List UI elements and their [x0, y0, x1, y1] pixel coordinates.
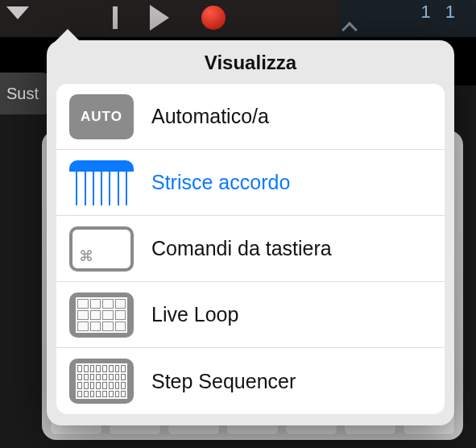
view-option-label: Live Loop: [151, 303, 238, 326]
command-glyph-icon: ⌘: [79, 247, 93, 265]
auto-icon: AUTO: [69, 94, 134, 139]
view-option-label: Step Sequencer: [151, 370, 296, 393]
view-option-keyboard-commands[interactable]: ⌘ Comandi da tastiera: [56, 216, 445, 282]
record-icon[interactable]: [201, 6, 226, 30]
chord-strips-icon: [69, 160, 134, 205]
view-option-label: Comandi da tastiera: [151, 237, 332, 260]
popover-body: Visualizza AUTO Automatico/a Strisce acc…: [47, 40, 454, 425]
transport-controls: [113, 5, 226, 31]
keyboard-commands-icon: ⌘: [69, 226, 134, 272]
view-options-list: AUTO Automatico/a Strisce accordo ⌘ Coma…: [56, 84, 445, 414]
view-option-live-loop[interactable]: Live Loop: [56, 282, 445, 348]
sustain-button[interactable]: Sust: [0, 73, 48, 114]
popover-arrow-icon: [55, 29, 81, 42]
view-option-label: Automatico/a: [151, 105, 269, 128]
play-icon[interactable]: [150, 5, 169, 31]
step-sequencer-icon: [69, 359, 134, 404]
live-loop-icon: [69, 292, 134, 338]
stop-icon[interactable]: [113, 6, 118, 29]
view-option-auto[interactable]: AUTO Automatico/a: [56, 84, 445, 150]
view-option-step-sequencer[interactable]: Step Sequencer: [56, 348, 445, 414]
popover-title: Visualizza: [47, 40, 454, 84]
view-option-chord-strips[interactable]: Strisce accordo: [56, 150, 445, 216]
view-option-label: Strisce accordo: [151, 171, 290, 194]
view-popover: Visualizza AUTO Automatico/a Strisce acc…: [47, 29, 454, 425]
disclosure-chevron-icon[interactable]: [6, 6, 29, 19]
